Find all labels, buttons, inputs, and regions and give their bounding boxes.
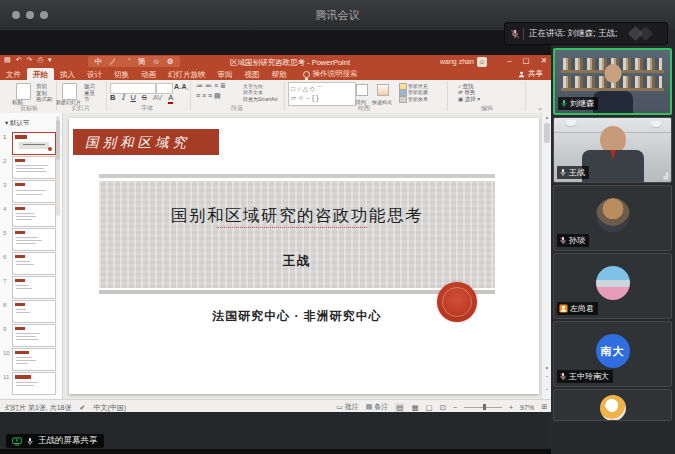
participant-tile-5[interactable]: 南大 王中玲南大 xyxy=(553,321,672,387)
shape-effects-button[interactable]: 形状效果 xyxy=(399,96,428,103)
smartart-button[interactable]: 转换为SmartArt xyxy=(243,96,278,102)
zoom-level[interactable]: 97% xyxy=(520,404,534,411)
align-text-button[interactable]: 对齐文本 xyxy=(243,89,263,95)
shapes-gallery[interactable]: □○△◇⌒ ▱☆⌣{} xyxy=(288,82,356,106)
undo-icon[interactable]: ↶ xyxy=(16,56,22,64)
slide-thumb-10[interactable]: 10 xyxy=(0,348,62,370)
format-painter-button[interactable]: 格式刷 xyxy=(36,96,53,103)
grow-shrink-font[interactable]: A˔A˯ xyxy=(174,83,189,90)
zoom-in-button[interactable]: + xyxy=(509,404,513,411)
qat-more-icon[interactable]: ▾ xyxy=(48,56,52,64)
language-indicator[interactable]: 中文(中国) xyxy=(93,403,126,412)
slide-thumb-8[interactable]: 8 xyxy=(0,300,62,322)
participant-tile-6[interactable] xyxy=(553,389,672,421)
print-icon[interactable]: ⎙ xyxy=(37,56,43,64)
spellcheck-icon[interactable]: ✔ xyxy=(80,404,86,412)
scrollbar-thumb[interactable] xyxy=(544,123,550,143)
section-header[interactable]: ▾ 默认节 xyxy=(5,119,30,128)
bold-button[interactable]: B xyxy=(110,93,115,104)
normal-view-icon[interactable]: ▤ xyxy=(395,403,404,412)
next-slide-icon[interactable]: ⌄ xyxy=(542,385,551,391)
select-button[interactable]: ▣ 选择 ▾ xyxy=(458,96,480,103)
arrange-icon[interactable] xyxy=(356,84,368,96)
fit-slide-icon[interactable]: ⊞ xyxy=(541,403,547,411)
ime-simplified-icon[interactable]: 简 xyxy=(138,57,146,67)
slide-thumb-5[interactable]: 5 xyxy=(0,228,62,250)
participant-name: 左尚君 xyxy=(570,303,594,314)
sorter-view-icon[interactable]: ▦ xyxy=(411,403,418,412)
slide-corner-textbox[interactable]: 国别和区域究 xyxy=(73,129,219,155)
comments-button[interactable]: ▭ 批注 xyxy=(336,402,359,412)
tab-animations[interactable]: 动画 xyxy=(135,68,162,80)
mic-icon xyxy=(26,437,34,446)
share-button[interactable]: 共享 xyxy=(510,68,551,80)
restore-button[interactable]: ▢ xyxy=(523,56,530,65)
slide-thumb-9[interactable]: 9 xyxy=(0,324,62,346)
ime-settings-icon[interactable]: ⚙ xyxy=(167,57,174,66)
tab-transitions[interactable]: 切换 xyxy=(108,68,135,80)
title-banner[interactable]: 国别和区域研究的咨政功能思考 王战 xyxy=(99,181,495,288)
account-name[interactable]: wang zhan xyxy=(440,58,474,65)
slide-thumb-6[interactable]: 6 xyxy=(0,252,62,274)
mic-muted-icon xyxy=(510,29,520,39)
paragraph-icons-row1[interactable]: ≔ ≕ ≡ ≣ xyxy=(196,82,226,90)
redo-icon[interactable]: ↷ xyxy=(27,56,33,64)
ime-punct-icon[interactable]: ゛ xyxy=(123,57,131,67)
ime-emoji-icon[interactable]: ☺ xyxy=(152,57,160,66)
paragraph-icons-row2[interactable]: ≡ ≡ ≡ ▤ xyxy=(196,92,221,100)
zoom-slider[interactable] xyxy=(464,407,502,408)
participant-tile-3[interactable]: 孙琰 xyxy=(553,185,672,251)
quick-styles-icon[interactable] xyxy=(377,84,389,96)
speaking-text: 正在讲话: 刘继森; 王战; xyxy=(529,28,617,40)
participant-tile-2[interactable]: 王战 ▟ xyxy=(553,117,672,183)
ime-lang-icon[interactable]: 中 xyxy=(94,57,102,67)
tell-me-search[interactable]: 操作说明搜索 xyxy=(303,68,358,80)
notes-button[interactable]: ▤ 备注 xyxy=(366,402,389,412)
slide-thumb-4[interactable]: 4 xyxy=(0,204,62,226)
text-direction-button[interactable]: 文字方向 xyxy=(243,83,263,89)
tab-slideshow[interactable]: 幻灯片放映 xyxy=(162,68,212,80)
italic-button[interactable]: I xyxy=(121,93,124,104)
canvas-scrollbar[interactable]: ▴ ▾ ⌃ ⌄ xyxy=(541,113,551,399)
section-button[interactable]: 节 xyxy=(84,96,90,103)
close-button[interactable]: ✕ xyxy=(541,56,547,65)
tab-insert[interactable]: 插入 xyxy=(54,68,81,80)
reading-view-icon[interactable]: ▢ xyxy=(426,403,433,412)
slide-canvas[interactable]: 国别和区域究 国别和区域研究的咨政功能思考 王战 法国研究中心 · 非洲研究中心 xyxy=(69,118,539,394)
char-spacing-button[interactable]: AV xyxy=(153,93,162,104)
document-area: ▾ 默认节 1 2 3 xyxy=(0,113,551,399)
thumb-art xyxy=(12,300,56,323)
tab-help[interactable]: 帮助 xyxy=(266,68,293,80)
meeting-logo-icon xyxy=(638,26,654,42)
slide-thumb-3[interactable]: 3 xyxy=(0,180,62,202)
new-slide-button[interactable] xyxy=(62,83,77,100)
participant-tile-1[interactable]: 刘继森 xyxy=(553,48,672,115)
thumb-art xyxy=(12,348,56,371)
tab-design[interactable]: 设计 xyxy=(81,68,108,80)
account-avatar[interactable]: ☺ xyxy=(477,57,487,67)
tab-file[interactable]: 文件 xyxy=(0,68,27,80)
minimize-button[interactable]: – xyxy=(507,56,511,65)
collapse-ribbon-icon[interactable]: ⌄ xyxy=(537,104,543,112)
slide-thumbnail-panel: ▾ 默认节 1 2 3 xyxy=(0,113,63,399)
slideshow-view-icon[interactable]: ⊡ xyxy=(440,403,446,412)
ime-pen-icon[interactable]: ノ xyxy=(109,57,117,67)
prev-slide-icon[interactable]: ⌃ xyxy=(542,375,551,381)
font-color-button[interactable]: A xyxy=(168,93,173,104)
save-icon[interactable]: ▤ xyxy=(4,56,11,64)
slide-thumb-1[interactable]: 1 xyxy=(0,132,62,154)
paste-button[interactable] xyxy=(16,83,31,100)
underline-button[interactable]: U xyxy=(130,93,135,104)
strikethrough-button[interactable]: S xyxy=(142,93,147,104)
ime-toolbar[interactable]: 中 ノ ゛ 简 ☺ ⚙ xyxy=(88,56,180,67)
scroll-up-icon[interactable]: ▴ xyxy=(542,114,551,120)
slide-thumb-11[interactable]: 11 xyxy=(0,372,62,394)
tab-review[interactable]: 审阅 xyxy=(212,68,239,80)
slide-thumb-7[interactable]: 7 xyxy=(0,276,62,298)
participant-tile-4[interactable]: 左尚君 xyxy=(553,253,672,319)
tab-view[interactable]: 视图 xyxy=(239,68,266,80)
slide-thumb-2[interactable]: 2 xyxy=(0,156,62,178)
zoom-out-button[interactable]: − xyxy=(453,404,457,411)
tab-home[interactable]: 开始 xyxy=(27,68,54,80)
scroll-down-icon[interactable]: ▾ xyxy=(542,365,551,371)
